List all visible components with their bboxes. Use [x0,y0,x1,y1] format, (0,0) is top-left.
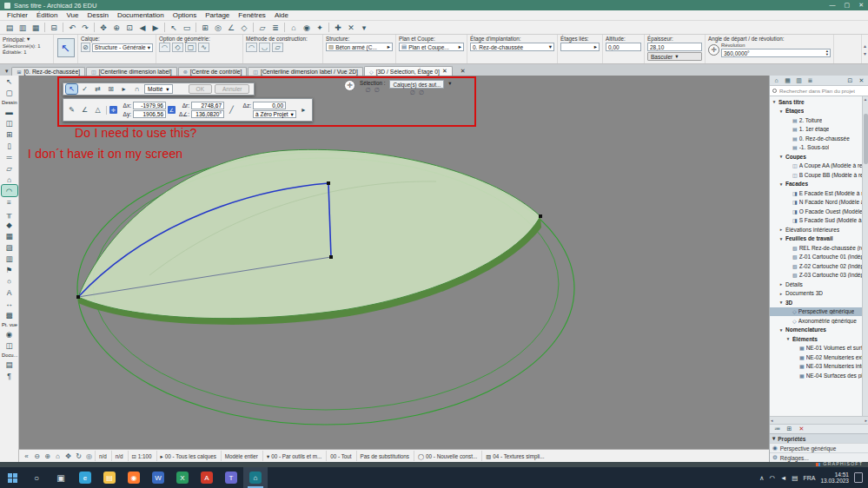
pin-palette-icon[interactable]: ⊡ [845,76,855,85]
tree-item[interactable]: ▦ NE-03 Menuiseries intérie [770,362,862,372]
tree-item[interactable]: ▾ Étages [770,107,862,116]
save-icon[interactable]: ▦ [30,22,42,33]
extruded-shell-icon[interactable]: ◇ [172,43,183,52]
revolved-shell-icon[interactable]: ◠ [159,43,170,52]
dx-input[interactable]: -1979,96 [133,102,166,109]
layer-override-icon[interactable]: ∅ [419,89,424,96]
cancel-button[interactable]: Annuler [215,84,249,94]
tree-chevron-icon[interactable]: ▸ [779,227,784,232]
teams-icon[interactable]: T [219,467,243,488]
clone-folder-icon[interactable]: ⊞ [785,425,794,433]
tree-item[interactable]: ▸ Détails [770,280,862,289]
infobox-scroll-arrows[interactable]: ▴▾ [861,35,868,63]
close-button[interactable]: ✕ [858,2,864,9]
tree-chevron-icon[interactable]: ▸ [779,291,784,296]
open-icon[interactable]: ▥ [17,22,29,33]
node-handle[interactable] [539,214,542,218]
lamp-tool-icon[interactable]: ○ [2,275,17,287]
menu-item[interactable]: Documentation [113,11,169,19]
zone-tool-icon[interactable]: ▨ [2,241,17,253]
toolbar-more-icon[interactable]: ▾ [358,22,370,33]
magnet-icon[interactable]: ∩ [131,84,142,94]
tracker-dropdown-icon[interactable]: ▾ [448,80,451,86]
toolbar-icon[interactable] [328,23,329,32]
graphic-overrides-field[interactable]: Pas de substitutions [356,451,413,461]
minimize-button[interactable]: — [830,2,836,9]
window-tool-icon[interactable]: ⊞ [2,129,17,140]
firefox-icon[interactable]: ◉ [122,467,146,488]
dz-input[interactable]: 0,00 [253,102,286,109]
pen-set-field[interactable]: ▾ 00 - Par outils et m... [262,451,325,461]
layer-lock-icon[interactable]: ⊘ [81,43,90,52]
scale-field[interactable]: ⊡ 1:100 [128,451,156,461]
tree-chevron-icon[interactable]: ▾ [779,109,784,114]
scrollbar-thumb[interactable] [864,114,868,164]
move-node-icon[interactable]: ⇄ [92,84,103,94]
structure-display-field[interactable]: Modèle entier [221,451,262,461]
menu-item[interactable]: Dessin [83,11,112,19]
da-input[interactable]: 136,0820° [191,110,224,118]
position-field[interactable]: n/d [95,451,110,461]
moitie-dropdown[interactable]: Moitié▾ [144,84,173,94]
tree-item[interactable]: ▧ Z-02 Cartouche 02 (Indépe [770,261,862,271]
ok-button[interactable]: OK [189,84,212,94]
coord-more-icon[interactable]: ▸ [298,105,309,115]
pan-icon[interactable]: ✥ [97,22,109,33]
tree-item[interactable]: ▦ NE-01 Volumes et surface [770,344,862,353]
tree-chevron-icon[interactable]: ▾ [785,336,791,341]
xy-lock-icon[interactable]: ✛ [109,106,117,114]
toolbar-icon[interactable] [63,23,63,32]
view-tab[interactable]: ◫ [Centerline dimension label] [86,67,177,76]
tree-item[interactable]: ◨ E Facade Est (Modèle à re [770,188,862,198]
layouts-icon[interactable]: ▤ [3,22,16,33]
tree-item[interactable]: ▧ Z-01 Cartouche 01 (Indépe [770,253,862,262]
offset-edge-icon[interactable]: ⊞ [105,84,116,94]
3d-view-icon[interactable]: ⌂ [288,22,300,33]
tree-item[interactable]: ▸ Documents 3D [770,289,862,299]
add-icon[interactable]: ✚ [332,22,344,33]
layer-dropdown[interactable]: Structure - Générale▾ [92,43,153,52]
undo-icon[interactable]: ↶ [66,22,78,33]
home-zoom-icon[interactable]: ⌂ [53,452,63,461]
action-center-icon[interactable] [854,472,863,483]
tree-item[interactable]: ▾ Éléments [770,334,862,344]
archicad-icon[interactable]: ⌂ [243,467,268,488]
section-viewpoint-icon[interactable]: ◫ [2,340,17,351]
previous-view-icon[interactable]: ◀ [136,22,149,33]
menu-item[interactable]: Partage [201,11,234,19]
menu-item[interactable]: Vue [62,11,83,19]
model-view-options-field[interactable]: 00 - Tout [326,451,354,461]
tree-item[interactable]: ◫ B Coupe BB (Modèle à rec [770,170,862,180]
file-explorer-icon[interactable]: ▤ [97,467,122,488]
sun-study-icon[interactable]: ✦ [314,22,326,33]
tree-item[interactable]: ▾ Feuilles de travail [770,234,862,244]
structure-dropdown[interactable]: ▨Béton armé (C...▸ [326,43,393,51]
toolbar-icon[interactable] [94,23,95,32]
marquee-icon[interactable]: ▭ [181,22,193,33]
word-icon[interactable]: W [146,467,170,488]
dimension-tool-icon[interactable]: ↔ [2,298,17,309]
explore-icon[interactable]: ◎ [84,452,94,461]
3d-viewport[interactable]: ↖✓⇄⊞▸∩ Moitié▾ OK Annuler ✎∠△ [19,76,769,449]
toolbox-viewpoint-header[interactable]: Pt. vue [0,320,18,328]
taskbar-clock[interactable]: 14:51 13.03.2023 [820,472,849,485]
grid-snap-icon[interactable]: ⊞ [199,22,211,33]
revolution-compass-icon[interactable]: ✛ [708,44,719,56]
onedrive-icon[interactable]: ◠ [769,474,775,482]
acrobat-icon[interactable]: A [195,467,219,488]
tree-chevron-icon[interactable]: ▸ [779,281,784,287]
tree-item[interactable]: ▦ NE-02 Menuiseries extéri [770,353,862,362]
thickness-input[interactable]: 28,10 [647,43,702,51]
zoom-in-icon[interactable]: ⊕ [43,452,52,461]
ra-lock-icon[interactable]: ∠ [168,106,176,114]
roof-tool-icon[interactable]: ⌂ [2,174,17,185]
tree-item[interactable]: ◫ A Coupe AA (Modèle à rec [770,162,862,171]
toolbar-icon[interactable] [253,23,254,32]
renovation-filter-field[interactable]: ◯ 00 - Nouvelle const... [414,451,480,461]
tree-item[interactable]: ▧ Z-03 Cartouche 03 (Indépe [770,271,862,280]
volume-icon[interactable]: ◄ [780,474,786,482]
tabbar-close-icon[interactable]: ✕ [457,68,469,76]
taskbar-search-button[interactable]: ○ [24,467,49,488]
camera-viewpoint-icon[interactable]: ◉ [2,328,17,340]
toolbar-icon[interactable] [195,23,196,32]
